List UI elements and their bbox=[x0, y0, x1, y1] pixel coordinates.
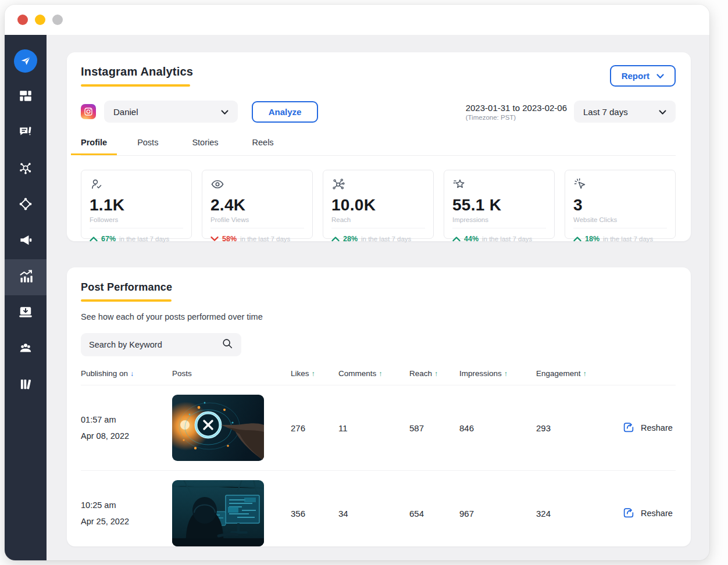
maximize-window-button[interactable] bbox=[52, 15, 63, 25]
trend-up-icon bbox=[452, 234, 461, 244]
minimize-window-button[interactable] bbox=[35, 15, 45, 25]
tab-profile[interactable]: Profile bbox=[71, 138, 117, 155]
tab-reels[interactable]: Reels bbox=[249, 138, 277, 155]
header-label: Posts bbox=[172, 369, 192, 378]
period-select-value: Last 7 days bbox=[583, 107, 628, 117]
stat-value: 10.0K bbox=[331, 196, 425, 214]
tab-posts[interactable]: Posts bbox=[134, 138, 162, 155]
stat-card-impressions: 55.1 K Impressions 44% in the last 7 day… bbox=[444, 170, 555, 239]
tab-stories[interactable]: Stories bbox=[188, 138, 222, 155]
engagement-value: 324 bbox=[536, 509, 620, 518]
tech-touch-post-image[interactable] bbox=[172, 395, 264, 461]
publishing-time-cell: 10:25 am Apr 25, 2022 bbox=[81, 500, 172, 526]
sidebar-item-team[interactable] bbox=[5, 331, 47, 367]
sidebar-item-campaigns[interactable] bbox=[5, 223, 47, 259]
table-header-row: Publishing on ↓ Posts Likes ↑ Comments bbox=[81, 369, 676, 385]
date-range-block: 2023-01-31 to 2023-02-06 (Timezone: PST) bbox=[466, 103, 567, 121]
stat-card-website-clicks: 3 Website Clicks 18% in the last 7 days bbox=[565, 170, 676, 239]
analytics-tabs: Profile Posts Stories Reels bbox=[81, 138, 676, 156]
reach-icon bbox=[331, 183, 345, 193]
app-logo-icon bbox=[14, 49, 37, 73]
close-window-button[interactable] bbox=[17, 15, 28, 25]
comments-value: 11 bbox=[338, 423, 409, 433]
column-header-reach[interactable]: Reach ↑ bbox=[409, 369, 459, 378]
search-input[interactable] bbox=[89, 340, 222, 349]
stat-value: 55.1 K bbox=[452, 196, 546, 214]
period-select[interactable]: Last 7 days bbox=[574, 101, 676, 123]
divider bbox=[210, 228, 304, 228]
trend-period: in the last 7 days bbox=[119, 235, 169, 242]
sidebar-item-analytics[interactable] bbox=[5, 259, 47, 295]
dashboard-icon bbox=[18, 88, 33, 106]
trend-percent: 18% bbox=[585, 235, 599, 243]
report-button[interactable]: Report bbox=[610, 65, 676, 87]
reshare-label: Reshare bbox=[641, 423, 673, 432]
title-underline bbox=[81, 299, 172, 302]
report-button-label: Report bbox=[622, 71, 650, 81]
account-select[interactable]: Daniel bbox=[104, 101, 238, 123]
table-row: 01:57 am Apr 08, 2022 bbox=[81, 385, 676, 471]
sidebar bbox=[5, 35, 47, 560]
post-time: 01:57 am bbox=[81, 415, 172, 424]
trend-up-icon bbox=[573, 234, 581, 244]
reach-value: 654 bbox=[409, 509, 459, 518]
column-header-posts: Posts bbox=[172, 369, 291, 378]
sidebar-item-posts[interactable] bbox=[5, 115, 47, 151]
header-label: Engagement bbox=[536, 369, 581, 378]
sort-up-icon: ↑ bbox=[434, 370, 438, 378]
title-underline bbox=[81, 84, 190, 87]
sidebar-item-inbox[interactable] bbox=[5, 295, 47, 331]
impressions-value: 846 bbox=[459, 423, 536, 433]
timezone-text: (Timezone: PST) bbox=[466, 114, 567, 121]
comments-value: 34 bbox=[338, 509, 409, 518]
chevron-down-icon bbox=[221, 107, 229, 117]
library-books-icon bbox=[18, 377, 33, 394]
instagram-analytics-card: Instagram Analytics Report Daniel Analyz… bbox=[67, 52, 691, 241]
stat-card-profile-views: 2.4K Profile Views 58% in the last 7 day… bbox=[202, 170, 313, 239]
trend-period: in the last 7 days bbox=[361, 235, 411, 242]
section-subtitle: See how each of your posts performed ove… bbox=[81, 312, 676, 321]
post-performance-card: Post Performance See how each of your po… bbox=[67, 267, 691, 546]
account-toolbar: Daniel Analyze 2023-01-31 to 2023-02-06 … bbox=[81, 101, 676, 123]
likes-value: 276 bbox=[291, 423, 338, 433]
sidebar-item-accounts-group[interactable] bbox=[5, 187, 47, 223]
sidebar-item-library[interactable] bbox=[5, 367, 47, 403]
analytics-chart-icon bbox=[18, 269, 34, 287]
page-title: Instagram Analytics bbox=[81, 65, 676, 78]
section-title: Post Performance bbox=[81, 281, 676, 294]
account-select-value: Daniel bbox=[113, 107, 138, 117]
sidebar-item-logo[interactable] bbox=[5, 43, 47, 79]
column-header-publishing-on[interactable]: Publishing on ↓ bbox=[81, 369, 172, 378]
search-box bbox=[81, 333, 241, 356]
likes-value: 356 bbox=[291, 509, 338, 518]
column-header-engagement[interactable]: Engagement ↑ bbox=[536, 369, 620, 378]
hacker-desk-post-image[interactable] bbox=[172, 480, 264, 546]
divider bbox=[452, 228, 546, 228]
reshare-button[interactable]: Reshare bbox=[620, 421, 676, 435]
analyze-button[interactable]: Analyze bbox=[252, 101, 318, 123]
post-performance-table: Publishing on ↓ Posts Likes ↑ Comments bbox=[81, 369, 676, 556]
stat-value: 3 bbox=[573, 196, 667, 214]
chevron-down-icon bbox=[656, 71, 664, 81]
chevron-down-icon bbox=[659, 107, 666, 117]
website-clicks-icon bbox=[573, 183, 587, 193]
stat-card-followers: 1.1K Followers 67% in the last 7 days bbox=[81, 170, 192, 239]
stats-row: 1.1K Followers 67% in the last 7 days bbox=[81, 170, 676, 239]
stat-label: Profile Views bbox=[210, 216, 304, 223]
column-header-comments[interactable]: Comments ↑ bbox=[338, 369, 409, 378]
publishing-time-cell: 01:57 am Apr 08, 2022 bbox=[81, 415, 172, 441]
column-header-likes[interactable]: Likes ↑ bbox=[291, 369, 338, 378]
sidebar-item-connections[interactable] bbox=[5, 151, 47, 187]
sidebar-item-dashboard[interactable] bbox=[5, 79, 47, 115]
reshare-button[interactable]: Reshare bbox=[620, 506, 676, 521]
stat-value: 1.1K bbox=[90, 196, 183, 214]
profile-views-icon bbox=[210, 183, 224, 193]
column-header-impressions[interactable]: Impressions ↑ bbox=[459, 369, 536, 378]
trend-percent: 67% bbox=[101, 235, 116, 243]
trend-period: in the last 7 days bbox=[603, 235, 653, 242]
search-icon[interactable] bbox=[222, 338, 233, 352]
header-label: Reach bbox=[409, 369, 432, 378]
sort-up-icon: ↑ bbox=[379, 370, 382, 378]
stat-label: Website Clicks bbox=[573, 216, 667, 223]
trend-up-icon bbox=[331, 234, 340, 244]
